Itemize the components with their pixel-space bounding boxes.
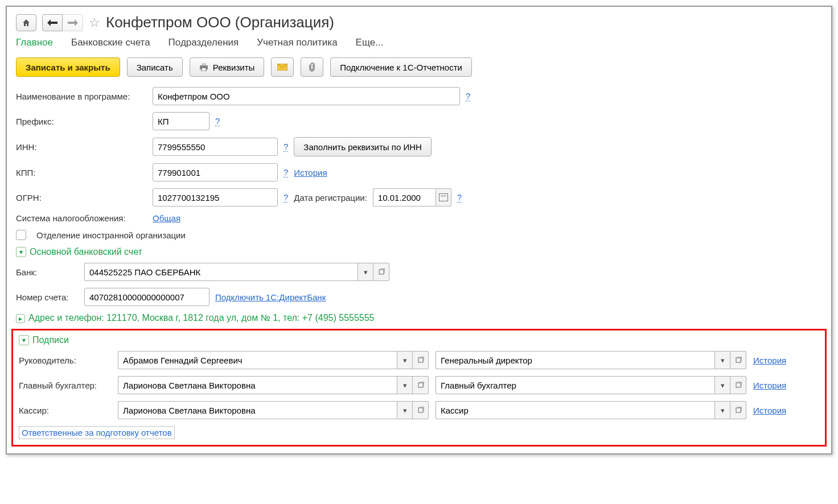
inn-help[interactable]: ? [284,142,288,152]
tax-label: Система налогообложения: [16,213,147,223]
signatures-toggle[interactable]: ▾ Подписи [19,335,819,345]
forward-button [63,14,83,31]
calendar-icon [439,193,448,201]
prefix-help[interactable]: ? [215,116,220,126]
svg-rect-5 [418,358,423,362]
cashier-pos-dropdown[interactable]: ▾ [714,401,730,419]
accountant-pos-input[interactable] [436,376,714,394]
tab-more[interactable]: Еще... [356,37,384,48]
accountant-pos-dropdown[interactable]: ▾ [714,376,730,394]
svg-rect-7 [418,383,423,387]
director-name-dropdown[interactable]: ▾ [397,351,413,369]
bank-open-button[interactable] [373,263,389,281]
director-pos-dropdown[interactable]: ▾ [714,351,730,369]
nav-back-forward [42,14,83,31]
requisites-button[interactable]: Реквизиты [190,57,265,77]
tab-main[interactable]: Главное [16,37,53,48]
connect-reporting-button[interactable]: Подключение к 1С-Отчетности [330,57,472,77]
paperclip-icon [309,63,315,72]
accountant-name-input[interactable] [118,376,397,394]
toolbar: Записать и закрыть Записать Реквизиты По… [16,57,822,77]
ogrn-input[interactable] [153,188,278,206]
director-name-open[interactable] [413,351,429,369]
regdate-label: Дата регистрации: [294,193,367,203]
open-icon [735,357,742,363]
chevron-down-icon: ▾ [16,247,26,257]
tabs: Главное Банковские счета Подразделения У… [16,37,822,49]
tab-accounting-policy[interactable]: Учетная политика [257,37,337,48]
acct-input[interactable] [84,288,209,306]
open-icon [417,407,424,414]
cashier-name-lookup: ▾ [118,401,429,419]
cashier-name-open[interactable] [413,401,429,419]
mail-icon [277,64,287,71]
ogrn-help[interactable]: ? [284,192,288,203]
organization-form: ☆ Конфетпром ООО (Организация) Главное Б… [6,6,832,455]
save-and-close-button[interactable]: Записать и закрыть [16,57,120,77]
bank-input[interactable] [84,263,358,281]
svg-rect-6 [736,358,741,362]
ogrn-label: ОГРН: [16,193,147,203]
director-pos-input[interactable] [436,351,714,369]
accountant-name-lookup: ▾ [118,376,429,394]
responsibles-link[interactable]: Ответственные за подготовку отчетов [19,426,175,439]
accountant-pos-open[interactable] [730,376,746,394]
requisites-label: Реквизиты [213,63,255,72]
open-icon [735,407,742,414]
regdate-calendar-button[interactable] [436,188,451,206]
bank-section-toggle[interactable]: ▾ Основной банковский счет [16,247,822,257]
prefix-input[interactable] [153,112,209,130]
inn-label: ИНН: [16,142,147,152]
kpp-help[interactable]: ? [284,167,288,177]
home-button[interactable] [16,14,36,31]
foreign-org-label: Отделение иностранной организации [36,230,186,240]
attach-button[interactable] [301,57,323,77]
cashier-history-link[interactable]: История [753,406,786,415]
cashier-name-dropdown[interactable]: ▾ [397,401,413,419]
address-section[interactable]: ▸Адрес и телефон: 121170, Москва г, 1812… [16,313,822,323]
regdate-input[interactable] [373,188,436,206]
svg-rect-2 [202,68,206,71]
director-name-lookup: ▾ [118,351,429,369]
tab-departments[interactable]: Подразделения [169,37,239,48]
bank-dropdown-button[interactable]: ▾ [358,263,373,281]
fill-by-inn-button[interactable]: Заполнить реквизиты по ИНН [294,137,432,156]
accountant-history-link[interactable]: История [753,381,786,390]
kpp-label: КПП: [16,168,147,177]
svg-rect-8 [736,383,741,387]
printer-icon [199,63,208,71]
favorite-star-icon[interactable]: ☆ [89,15,100,30]
mail-button[interactable] [271,57,294,77]
arrow-right-icon [68,19,78,26]
accountant-name-dropdown[interactable]: ▾ [397,376,413,394]
cashier-label: Кассир: [19,406,111,415]
cashier-pos-open[interactable] [730,401,746,419]
regdate-help[interactable]: ? [457,192,462,203]
director-label: Руководитель: [19,356,111,365]
open-icon [378,268,385,275]
director-history-link[interactable]: История [753,356,786,365]
inn-input[interactable] [153,138,278,156]
kpp-history-link[interactable]: История [294,168,327,177]
open-icon [417,357,424,363]
foreign-org-checkbox[interactable] [16,230,26,240]
bank-section-title: Основной банковский счет [30,247,142,257]
save-button[interactable]: Записать [127,57,183,77]
director-pos-open[interactable] [730,351,746,369]
kpp-input[interactable] [153,163,278,181]
signatures-section: ▾ Подписи Руководитель: ▾ ▾ История Глав… [11,329,827,447]
accountant-name-open[interactable] [413,376,429,394]
bank-label: Банк: [16,267,79,277]
accountant-pos-lookup: ▾ [436,376,746,394]
name-help[interactable]: ? [466,91,470,101]
directbank-link[interactable]: Подключить 1С:ДиректБанк [215,292,326,302]
back-button[interactable] [42,14,63,31]
tab-bank-accounts[interactable]: Банковские счета [71,37,150,48]
director-name-input[interactable] [118,351,397,369]
name-input[interactable] [153,87,460,105]
acct-label: Номер счета: [16,292,79,302]
cashier-name-input[interactable] [118,401,397,419]
prefix-label: Префикс: [16,117,147,126]
tax-value-link[interactable]: Общая [153,213,180,223]
cashier-pos-input[interactable] [436,401,714,419]
